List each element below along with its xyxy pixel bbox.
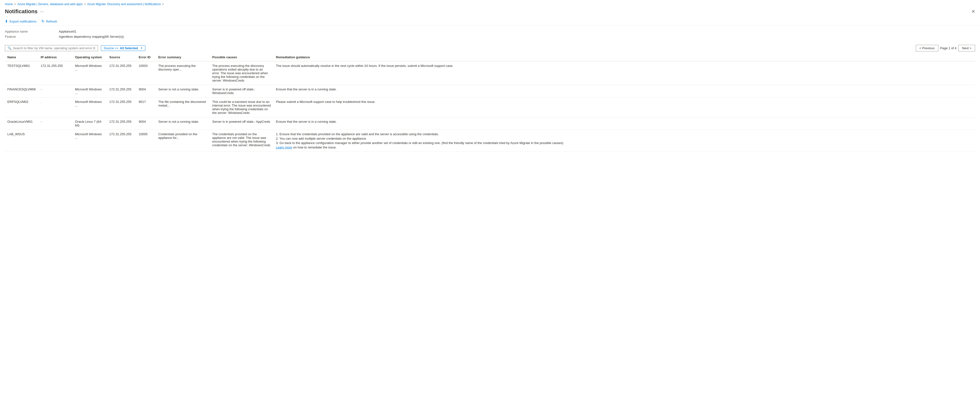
page-header: Notifications ··· ✕ — [0, 7, 980, 17]
cell-errorid: 9017 — [136, 97, 156, 117]
cell-causes: The process executing the discovery oper… — [210, 61, 274, 85]
pagination: < Previous Page 1 of 4 Next > — [916, 45, 975, 51]
col-header-name: Name — [5, 53, 38, 61]
refresh-button[interactable]: ↻ Refresh — [41, 19, 57, 24]
page-info: Page 1 of 4 — [940, 46, 957, 50]
cell-errorsummary: Server is not a running state. — [156, 117, 210, 130]
search-box[interactable]: 🔍 — [5, 45, 98, 51]
export-button[interactable]: ⬇ Export notifications — [5, 19, 37, 24]
breadcrumb-notifications[interactable]: Azure Migrate: Discovery and assessment … — [87, 2, 161, 6]
table-row: ERPSQLVM02.Microsoft Windows ...172.31.2… — [5, 97, 975, 117]
feature-row: Feature Agentless dependency mapping(66 … — [5, 35, 975, 38]
filter-close-icon[interactable]: ✕ — [140, 46, 143, 50]
col-header-source: Source — [107, 53, 136, 61]
filter-value: All Selected — [120, 46, 138, 50]
search-icon: 🔍 — [8, 46, 11, 50]
source-filter-tag[interactable]: Source == All Selected ✕ — [101, 45, 145, 51]
appliance-value: Appliance01 — [59, 30, 76, 33]
table-container: Name IP address Operating system Source … — [0, 53, 980, 152]
cell-source: 172.31.255.255 — [107, 97, 136, 117]
breadcrumb: Home > Azure Migrate | Servers, database… — [0, 0, 980, 7]
cell-errorid: 10005 — [136, 130, 156, 152]
cell-os: Microsoft Windows ... — [73, 85, 107, 97]
filter-prefix: Source == — [103, 46, 118, 50]
col-header-remediation: Remediation guidance — [274, 53, 975, 61]
refresh-icon: ↻ — [41, 19, 45, 24]
breadcrumb-home[interactable]: Home — [5, 2, 13, 6]
table-row: LAB_WSUSMicrosoft Windows ...172.31.255.… — [5, 130, 975, 152]
cell-causes: Server is in powered off state.: AppCred… — [210, 117, 274, 130]
table-row: FINANCESQLVM06-Microsoft Windows ...172.… — [5, 85, 975, 97]
feature-value: Agentless dependency mapping(66 Server(s… — [59, 35, 124, 38]
next-button[interactable]: Next > — [958, 45, 975, 51]
cell-source: 172.31.255.255 — [107, 85, 136, 97]
table-row: OracleLinuxVM01-Oracle Linux 7 (64-bit)1… — [5, 117, 975, 130]
export-icon: ⬇ — [5, 19, 8, 24]
filter-bar: 🔍 Source == All Selected ✕ < Previous Pa… — [0, 43, 980, 53]
cell-name: OracleLinuxVM01 — [5, 117, 38, 130]
cell-errorsummary: Credentials provided on the appliance fo… — [156, 130, 210, 152]
appliance-row: Appliance name Appliance01 — [5, 30, 975, 33]
cell-source: 172.31.255.255 — [107, 117, 136, 130]
cell-os: Microsoft Windows ... — [73, 130, 107, 152]
breadcrumb-servers[interactable]: Azure Migrate | Servers, databases and w… — [18, 2, 83, 6]
cell-name: ERPSQLVM02 — [5, 97, 38, 117]
col-header-causes: Possible causes — [210, 53, 274, 61]
previous-button[interactable]: < Previous — [916, 45, 938, 51]
cell-ip: - — [38, 117, 73, 130]
feature-label: Feature — [5, 35, 59, 38]
cell-remediation: 1. Ensure that the credentials provided … — [274, 130, 975, 152]
cell-source: 172.31.255.255 — [107, 130, 136, 152]
cell-remediation: Ensure that the server is in a running s… — [274, 85, 975, 97]
more-button[interactable]: ··· — [40, 9, 44, 14]
cell-ip: 172.31.255.255 — [38, 61, 73, 85]
page-title: Notifications — [5, 8, 38, 15]
cell-os: Microsoft Windows ... — [73, 97, 107, 117]
cell-errorsummary: Server is not a running state. — [156, 85, 210, 97]
col-header-ip: IP address — [38, 53, 73, 61]
cell-causes: Server is in powered off state.: Windows… — [210, 85, 274, 97]
cell-ip — [38, 130, 73, 152]
cell-remediation: Ensure that the server is in a running s… — [274, 117, 975, 130]
cell-remediation: Please submit a Microsoft support case t… — [274, 97, 975, 117]
cell-name: FINANCESQLVM06 — [5, 85, 38, 97]
col-header-errorsummary: Error summary — [156, 53, 210, 61]
cell-remediation: The issue should automatically resolve i… — [274, 61, 975, 85]
toolbar: ⬇ Export notifications ↻ Refresh — [0, 17, 980, 26]
refresh-label: Refresh — [46, 20, 57, 23]
meta-section: Appliance name Appliance01 Feature Agent… — [0, 26, 980, 43]
remediation-link[interactable]: Learn more — [276, 145, 292, 149]
cell-errorsummary: The process executing the discovery oper… — [156, 61, 210, 85]
table-row: TESTSQLVM01172.31.255.255Microsoft Windo… — [5, 61, 975, 85]
export-label: Export notifications — [10, 20, 37, 23]
cell-source: 172.31.255.255 — [107, 61, 136, 85]
appliance-label: Appliance name — [5, 30, 59, 33]
cell-name: TESTSQLVM01 — [5, 61, 38, 85]
table-header-row: Name IP address Operating system Source … — [5, 53, 975, 61]
cell-errorsummary: The file containing the discovered metad… — [156, 97, 210, 117]
col-header-errorid: Error ID — [136, 53, 156, 61]
cell-causes: The credentials provided on the applianc… — [210, 130, 274, 152]
search-input[interactable] — [13, 46, 95, 50]
cell-os: Oracle Linux 7 (64-bit) — [73, 117, 107, 130]
cell-errorid: 9004 — [136, 85, 156, 97]
cell-os: Microsoft Windows ... — [73, 61, 107, 85]
cell-causes: This could be a transient issue due to a… — [210, 97, 274, 117]
cell-ip: . — [38, 97, 73, 117]
cell-name: LAB_WSUS — [5, 130, 38, 152]
col-header-os: Operating system — [73, 53, 107, 61]
cell-ip: - — [38, 85, 73, 97]
cell-errorid: 9004 — [136, 117, 156, 130]
close-button[interactable]: ✕ — [971, 9, 975, 14]
cell-errorid: 10003 — [136, 61, 156, 85]
notifications-table: Name IP address Operating system Source … — [5, 53, 975, 152]
